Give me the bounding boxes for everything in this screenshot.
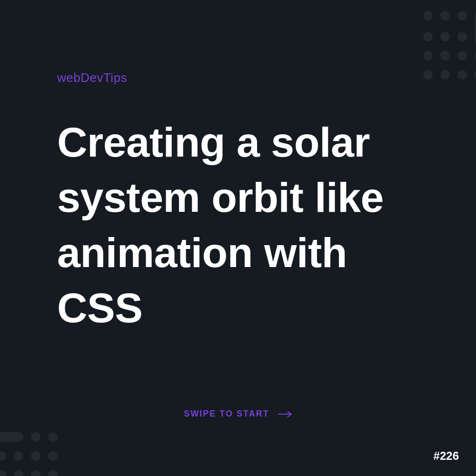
tip-number: #226 bbox=[434, 449, 459, 463]
page-title: Creating a solar system orbit like anima… bbox=[57, 115, 438, 336]
brand-label: webDevTips bbox=[57, 70, 438, 85]
content-area: webDevTips Creating a solar system orbit… bbox=[57, 70, 438, 336]
decoration-pattern-bottom bbox=[0, 428, 61, 476]
arrow-right-icon bbox=[277, 410, 292, 418]
swipe-label: SWIPE TO START bbox=[184, 409, 269, 419]
swipe-to-start-cta[interactable]: SWIPE TO START bbox=[0, 409, 476, 419]
